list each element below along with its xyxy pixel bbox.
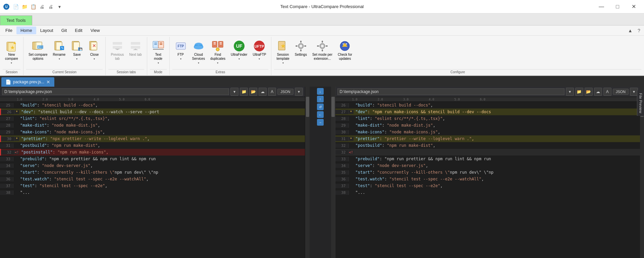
session-tab-close[interactable]: ✕ xyxy=(46,79,50,85)
nav-down-button[interactable]: ↓ xyxy=(317,88,324,95)
nav-right-button[interactable]: → xyxy=(317,119,324,126)
line-number: 31 xyxy=(0,143,13,148)
right-scrollbar[interactable] xyxy=(331,87,335,258)
app-icon: U xyxy=(3,3,10,10)
find-duplicates-label: Findduplicates xyxy=(210,53,225,61)
right-format[interactable]: JSON xyxy=(613,89,629,95)
mode-buttons: Textmode ▾ xyxy=(150,38,167,69)
table-row: 31* "prettier": "prettier --write --logl… xyxy=(335,135,640,142)
session-template-button[interactable]: ★ Sessiontemplate ▾ xyxy=(274,38,291,69)
line-content: "prebuild": "npm run prettier && npm run… xyxy=(354,157,491,161)
text-mode-button[interactable]: Textmode ▾ xyxy=(150,38,167,69)
menu-bar: File Home Layout Git Edit View ▲ ? xyxy=(0,26,644,36)
nav-left-button[interactable]: ← xyxy=(317,111,324,118)
line-number: 25 xyxy=(0,103,13,108)
line-content: "start": "concurrently --kill-others \"n… xyxy=(354,170,494,175)
set-compare-options-button[interactable]: ≡ Set compareoptions xyxy=(26,38,50,69)
line-content: "postbuild": "npm run make-dist", xyxy=(18,143,100,148)
left-scrollbar[interactable] xyxy=(306,87,310,258)
nav-up-button[interactable]: ↑ xyxy=(317,96,324,102)
menu-layout[interactable]: Layout xyxy=(36,27,57,34)
left-pane-path[interactable]: D:\temp\package.prev.json xyxy=(2,88,229,95)
line-number: 29 xyxy=(0,130,13,134)
new-compare-button[interactable]: ★ Newcompare ▾ xyxy=(3,38,20,69)
copy-quick-icon[interactable]: 📋 xyxy=(30,3,37,10)
right-upload-btn[interactable]: ☁ xyxy=(594,88,602,96)
settings-button[interactable]: Settings xyxy=(292,38,309,69)
line-content: "start": "concurrently --kill-others \"n… xyxy=(18,170,158,175)
table-row: 26 "build": "stencil build --docs", xyxy=(335,102,640,109)
close-button[interactable]: ✕ Close ▾ xyxy=(86,38,103,69)
close-button[interactable]: ✕ xyxy=(626,1,641,12)
previous-tab-button[interactable]: Previoustab xyxy=(108,38,126,69)
ultrafinder-arrow: ▾ xyxy=(238,57,240,60)
save-button[interactable]: 💾 Save ▾ xyxy=(68,38,85,69)
table-row: 28 "make-dist": "node make-dist.js", xyxy=(0,122,305,129)
open-quick-icon[interactable]: 📁 xyxy=(21,3,28,10)
set-mode-per-ext-button[interactable]: Set mode perextension... xyxy=(310,38,335,69)
svg-text:💾: 💾 xyxy=(79,47,83,51)
tab-text-tools[interactable]: Text Tools xyxy=(0,15,32,25)
svg-rect-34 xyxy=(160,44,162,45)
help-icon[interactable]: ? xyxy=(635,27,643,34)
right-font-btn[interactable]: A xyxy=(603,88,611,96)
ribbon-group-mode: Textmode ▾ Mode xyxy=(147,37,170,75)
left-browse-btn[interactable]: 📁 xyxy=(240,88,248,96)
right-pane-toolbar: D:\temp\package.json ▾ 📁 📂 ☁ A JSON ▾ xyxy=(335,87,640,97)
menu-view[interactable]: View xyxy=(87,27,104,34)
menu-home[interactable]: Home xyxy=(16,27,36,34)
left-code-lines: 25 "build": "stencil build --docs",26* "… xyxy=(0,102,305,196)
menu-edit[interactable]: Edit xyxy=(71,27,86,34)
menu-file[interactable]: File xyxy=(1,27,16,34)
ribbon-collapse-icon[interactable]: ▲ xyxy=(627,27,634,34)
menu-git[interactable]: Git xyxy=(57,27,71,34)
line-content: "build": "stencil build --docs", xyxy=(354,103,433,108)
session-template-label: Sessiontemplate xyxy=(276,53,289,61)
maximize-button[interactable]: □ xyxy=(610,1,625,12)
find-duplicates-button[interactable]: ! Findduplicates ▾ xyxy=(208,38,228,69)
session-tab-package[interactable]: 📄 package.prev.js... ✕ xyxy=(1,77,54,87)
left-open-btn[interactable]: 📂 xyxy=(249,88,257,96)
dropdown-quick-icon[interactable]: ▾ xyxy=(56,3,63,10)
left-path-dropdown[interactable]: ▾ xyxy=(230,88,238,96)
new-file-quick-icon[interactable]: 📄 xyxy=(12,3,19,10)
current-session-buttons: ≡ Set compareoptions ✎ Rename ▾ xyxy=(26,38,103,69)
right-path-dropdown[interactable]: ▾ xyxy=(566,88,574,96)
line-marker: * xyxy=(349,137,354,141)
table-row: 37 "test": "stencil test --spec --e2e", xyxy=(0,182,305,189)
next-tab-button[interactable]: Next tab xyxy=(127,38,144,69)
minimize-button[interactable]: — xyxy=(594,1,609,12)
table-row: 30 "make-icons": "node make-icons.js", xyxy=(335,129,640,135)
file-preview-tab[interactable]: File Preview xyxy=(637,90,644,116)
right-pane-path[interactable]: D:\temp\package.json xyxy=(337,88,565,95)
left-pane-toolbar: D:\temp\package.prev.json ▾ 📁 📂 ☁ A JSON… xyxy=(0,87,305,97)
next-tab-label: Next tab xyxy=(129,53,142,57)
cloud-services-arrow: ▾ xyxy=(198,61,199,64)
rename-button[interactable]: ✎ Rename ▾ xyxy=(51,38,68,69)
right-open-btn[interactable]: 📂 xyxy=(585,88,593,96)
print-quick-icon[interactable]: 🖨 xyxy=(38,3,46,10)
session-tab-label: package.prev.js... xyxy=(13,80,44,84)
left-format-arrow[interactable]: ▾ xyxy=(295,88,303,96)
line-content: "test.watch": "stencil test --spec --e2e… xyxy=(18,177,149,181)
cloud-services-button[interactable]: CloudServices ▾ xyxy=(190,38,207,69)
session-tabs-group-label: Session tabs xyxy=(108,69,144,75)
line-content: "prettier": "prettier --write --loglevel… xyxy=(354,136,474,141)
ultrafinder-button[interactable]: UF UltraFinder ▾ xyxy=(228,38,250,69)
right-pane-content[interactable]: 1.02.0 3.04.0 5.06.0 26 "build": "stenci… xyxy=(335,97,640,258)
line-number: 32 xyxy=(1,150,14,155)
nav-refresh-button[interactable]: ↺ xyxy=(317,103,324,110)
left-font-btn[interactable]: A xyxy=(268,88,276,96)
ultraftp-button[interactable]: UFTP UltraFTP ▾ xyxy=(250,38,268,69)
line-content: "make-dist": "node make-dist.js", xyxy=(354,123,435,128)
session-template-arrow: ▾ xyxy=(282,61,284,64)
ftp-button[interactable]: FTP FTP ▾ xyxy=(172,38,189,69)
check-updates-button[interactable]: ●●● Check forupdates xyxy=(335,38,355,69)
svg-text:✕: ✕ xyxy=(92,43,96,48)
left-pane-content[interactable]: 1.02.0 3.04.0 5.06.0 25 "build": "stenci… xyxy=(0,97,305,258)
printer2-quick-icon[interactable]: 🖨 xyxy=(47,3,54,10)
right-ruler: 1.02.0 3.04.0 5.06.0 xyxy=(335,97,640,102)
left-format[interactable]: JSON xyxy=(277,89,293,95)
right-browse-btn[interactable]: 📁 xyxy=(575,88,583,96)
left-upload-btn[interactable]: ☁ xyxy=(259,88,267,96)
